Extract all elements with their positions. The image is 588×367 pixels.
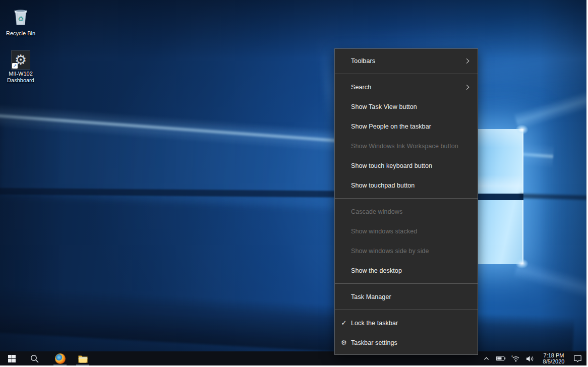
wallpaper-window-glint-top <box>513 123 531 136</box>
dashboard-label-line2: Dashboard <box>4 77 37 84</box>
running-indicator <box>53 364 67 365</box>
menu-item-icon <box>339 221 349 241</box>
menu-item-label: Show touchpad button <box>351 182 415 189</box>
wallpaper-window-glint-bottom <box>513 257 531 270</box>
menu-item-label: Task Manager <box>351 293 391 300</box>
menu-item-show-windows-stacked: Show windows stacked <box>335 221 478 241</box>
menu-item-label: Show touch keyboard button <box>351 162 432 169</box>
menu-item-label: Search <box>351 84 371 91</box>
wallpaper-ray-right-down <box>513 259 586 306</box>
clock-date: 8/5/2020 <box>542 358 566 365</box>
desktop-icon-dashboard[interactable]: ⚙ ↗ MII-W102 Dashboard <box>4 50 37 84</box>
menu-item-show-touch-keyboard-button[interactable]: Show touch keyboard button <box>335 156 478 175</box>
running-indicator <box>76 364 89 365</box>
desktop: ♻ Recycle Bin ⚙ ↗ MII-W102 Dashboard Too… <box>0 0 586 365</box>
taskbar-search-button[interactable] <box>25 351 43 365</box>
menu-item-show-the-desktop[interactable]: Show the desktop <box>335 261 478 280</box>
action-center-button[interactable] <box>572 351 582 365</box>
menu-item-task-manager[interactable]: Task Manager <box>335 287 478 307</box>
wallpaper-lower-shadow <box>0 256 576 365</box>
menu-separator <box>335 198 478 199</box>
taskbar-firefox-button[interactable] <box>51 351 69 365</box>
menu-item-toolbars[interactable]: Toolbars <box>335 51 478 71</box>
search-icon <box>30 354 39 363</box>
windows-logo-icon <box>8 355 16 362</box>
menu-item-icon <box>339 261 349 280</box>
tray-volume-button[interactable] <box>525 351 535 365</box>
svg-text:♻: ♻ <box>18 15 24 23</box>
wallpaper-ray-right-up <box>514 85 586 131</box>
shortcut-arrow-icon: ↗ <box>12 63 18 69</box>
menu-item-icon <box>339 77 349 97</box>
menu-item-label: Show People on the taskbar <box>351 123 431 130</box>
tray-chevron-up-button[interactable] <box>481 351 491 365</box>
chevron-right-icon <box>464 85 469 90</box>
windows-desktop-screen: ♻ Recycle Bin ⚙ ↗ MII-W102 Dashboard Too… <box>0 0 588 367</box>
menu-item-show-windows-side-by-side: Show windows side by side <box>335 241 478 261</box>
menu-item-icon <box>339 241 349 261</box>
taskbar: * 7:18 PM 8/5/2020 <box>0 351 586 365</box>
menu-item-label: Show windows side by side <box>351 248 429 255</box>
menu-item-icon <box>339 97 349 116</box>
menu-item-show-windows-ink-workspace-button: Show Windows Ink Workspace button <box>335 136 478 156</box>
menu-item-label: Show the desktop <box>351 267 402 274</box>
menu-item-label: Toolbars <box>351 57 375 65</box>
dashboard-label: MII-W102 Dashboard <box>4 71 37 84</box>
taskbar-context-menu: Toolbars Search Show Task View button Sh… <box>334 48 478 355</box>
tray-battery-button[interactable] <box>496 351 506 365</box>
svg-text:*: * <box>511 355 513 359</box>
menu-item-icon <box>339 136 349 156</box>
recycle-bin-label: Recycle Bin <box>4 30 37 37</box>
clock-time: 7:18 PM <box>542 352 566 359</box>
file-explorer-icon <box>78 354 88 363</box>
menu-item-label: Show windows stacked <box>351 228 417 235</box>
menu-item-show-people-on-the-taskbar[interactable]: Show People on the taskbar <box>335 116 478 136</box>
wallpaper-vignette <box>0 0 586 365</box>
gear-icon: ⚙ <box>339 333 349 352</box>
menu-item-label: Taskbar settings <box>351 339 397 346</box>
desktop-icon-recycle-bin[interactable]: ♻ Recycle Bin <box>4 6 37 37</box>
menu-item-icon <box>339 175 349 195</box>
menu-item-taskbar-settings[interactable]: ⚙ Taskbar settings <box>335 333 478 352</box>
taskbar-file-explorer-button[interactable] <box>74 351 92 365</box>
chevron-up-icon <box>483 355 490 362</box>
tray-network-button[interactable]: * <box>510 351 520 365</box>
speaker-icon <box>526 355 534 362</box>
menu-item-show-touchpad-button[interactable]: Show touchpad button <box>335 175 478 195</box>
firefox-icon <box>55 353 66 364</box>
action-center-icon <box>573 354 582 362</box>
wallpaper <box>0 0 586 365</box>
tray-clock[interactable]: 7:18 PM 8/5/2020 <box>540 352 568 365</box>
menu-item-icon <box>339 287 349 307</box>
menu-item-icon <box>339 116 349 136</box>
menu-item-label: Show Task View button <box>351 103 417 110</box>
menu-item-search[interactable]: Search <box>335 77 478 97</box>
chevron-right-icon <box>464 58 469 64</box>
menu-item-icon <box>339 202 349 221</box>
menu-item-cascade-windows: Cascade windows <box>335 202 478 221</box>
menu-item-show-task-view-button[interactable]: Show Task View button <box>335 97 478 116</box>
menu-item-label: Cascade windows <box>351 208 402 215</box>
menu-item-icon <box>339 156 349 175</box>
menu-separator <box>335 283 478 284</box>
wifi-no-internet-icon: * <box>511 355 520 362</box>
menu-separator <box>335 310 478 310</box>
menu-item-lock-the-taskbar[interactable]: ✓ Lock the taskbar <box>335 313 478 333</box>
menu-item-label: Lock the taskbar <box>351 320 398 327</box>
menu-item-label: Show Windows Ink Workspace button <box>351 143 458 150</box>
start-button[interactable] <box>3 351 21 365</box>
system-tray: * 7:18 PM 8/5/2020 <box>481 351 582 365</box>
battery-icon <box>496 355 506 362</box>
menu-item-icon <box>339 51 349 71</box>
checkmark-icon: ✓ <box>339 313 349 333</box>
recycle-bin-icon: ♻ <box>10 6 31 27</box>
wallpaper-divider-shadow-right <box>519 194 586 200</box>
dashboard-tile-icon: ⚙ ↗ <box>11 50 30 70</box>
menu-separator <box>335 74 478 74</box>
dashboard-label-line1: MII-W102 <box>4 71 37 77</box>
